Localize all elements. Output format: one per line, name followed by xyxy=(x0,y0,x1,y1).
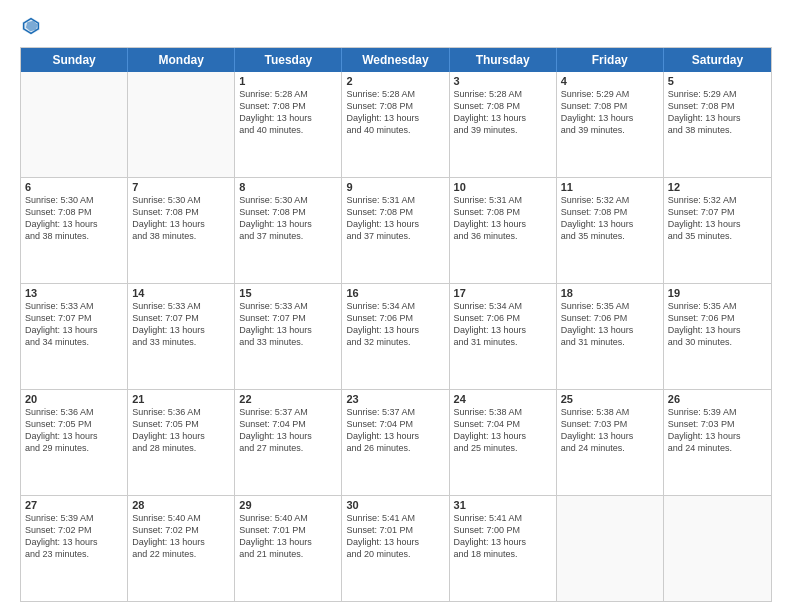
day-number: 23 xyxy=(346,393,444,405)
calendar-cell: 12Sunrise: 5:32 AM Sunset: 7:07 PM Dayli… xyxy=(664,178,771,283)
calendar-cell: 6Sunrise: 5:30 AM Sunset: 7:08 PM Daylig… xyxy=(21,178,128,283)
day-number: 29 xyxy=(239,499,337,511)
calendar-header-cell: Saturday xyxy=(664,48,771,72)
day-info: Sunrise: 5:30 AM Sunset: 7:08 PM Dayligh… xyxy=(239,194,337,243)
day-info: Sunrise: 5:41 AM Sunset: 7:01 PM Dayligh… xyxy=(346,512,444,561)
day-number: 11 xyxy=(561,181,659,193)
day-number: 2 xyxy=(346,75,444,87)
calendar-cell: 17Sunrise: 5:34 AM Sunset: 7:06 PM Dayli… xyxy=(450,284,557,389)
day-number: 18 xyxy=(561,287,659,299)
calendar-cell: 29Sunrise: 5:40 AM Sunset: 7:01 PM Dayli… xyxy=(235,496,342,601)
day-info: Sunrise: 5:40 AM Sunset: 7:01 PM Dayligh… xyxy=(239,512,337,561)
calendar-cell: 10Sunrise: 5:31 AM Sunset: 7:08 PM Dayli… xyxy=(450,178,557,283)
day-info: Sunrise: 5:29 AM Sunset: 7:08 PM Dayligh… xyxy=(561,88,659,137)
day-number: 24 xyxy=(454,393,552,405)
day-number: 22 xyxy=(239,393,337,405)
calendar-cell: 11Sunrise: 5:32 AM Sunset: 7:08 PM Dayli… xyxy=(557,178,664,283)
calendar: SundayMondayTuesdayWednesdayThursdayFrid… xyxy=(20,47,772,602)
calendar-cell: 31Sunrise: 5:41 AM Sunset: 7:00 PM Dayli… xyxy=(450,496,557,601)
calendar-cell: 2Sunrise: 5:28 AM Sunset: 7:08 PM Daylig… xyxy=(342,72,449,177)
calendar-cell: 27Sunrise: 5:39 AM Sunset: 7:02 PM Dayli… xyxy=(21,496,128,601)
day-info: Sunrise: 5:28 AM Sunset: 7:08 PM Dayligh… xyxy=(239,88,337,137)
day-number: 6 xyxy=(25,181,123,193)
day-number: 1 xyxy=(239,75,337,87)
day-info: Sunrise: 5:41 AM Sunset: 7:00 PM Dayligh… xyxy=(454,512,552,561)
day-info: Sunrise: 5:33 AM Sunset: 7:07 PM Dayligh… xyxy=(132,300,230,349)
calendar-cell: 5Sunrise: 5:29 AM Sunset: 7:08 PM Daylig… xyxy=(664,72,771,177)
page: SundayMondayTuesdayWednesdayThursdayFrid… xyxy=(0,0,792,612)
day-number: 3 xyxy=(454,75,552,87)
calendar-cell: 9Sunrise: 5:31 AM Sunset: 7:08 PM Daylig… xyxy=(342,178,449,283)
day-number: 8 xyxy=(239,181,337,193)
day-number: 16 xyxy=(346,287,444,299)
day-number: 15 xyxy=(239,287,337,299)
day-number: 19 xyxy=(668,287,767,299)
day-info: Sunrise: 5:36 AM Sunset: 7:05 PM Dayligh… xyxy=(25,406,123,455)
day-info: Sunrise: 5:38 AM Sunset: 7:03 PM Dayligh… xyxy=(561,406,659,455)
day-info: Sunrise: 5:34 AM Sunset: 7:06 PM Dayligh… xyxy=(346,300,444,349)
calendar-cell: 4Sunrise: 5:29 AM Sunset: 7:08 PM Daylig… xyxy=(557,72,664,177)
day-number: 27 xyxy=(25,499,123,511)
calendar-cell: 22Sunrise: 5:37 AM Sunset: 7:04 PM Dayli… xyxy=(235,390,342,495)
day-number: 20 xyxy=(25,393,123,405)
calendar-cell: 7Sunrise: 5:30 AM Sunset: 7:08 PM Daylig… xyxy=(128,178,235,283)
calendar-cell: 30Sunrise: 5:41 AM Sunset: 7:01 PM Dayli… xyxy=(342,496,449,601)
calendar-cell: 15Sunrise: 5:33 AM Sunset: 7:07 PM Dayli… xyxy=(235,284,342,389)
day-info: Sunrise: 5:35 AM Sunset: 7:06 PM Dayligh… xyxy=(668,300,767,349)
day-info: Sunrise: 5:29 AM Sunset: 7:08 PM Dayligh… xyxy=(668,88,767,137)
calendar-row: 20Sunrise: 5:36 AM Sunset: 7:05 PM Dayli… xyxy=(21,390,771,496)
day-info: Sunrise: 5:33 AM Sunset: 7:07 PM Dayligh… xyxy=(25,300,123,349)
calendar-cell xyxy=(128,72,235,177)
day-number: 5 xyxy=(668,75,767,87)
calendar-cell xyxy=(21,72,128,177)
calendar-cell: 25Sunrise: 5:38 AM Sunset: 7:03 PM Dayli… xyxy=(557,390,664,495)
calendar-header: SundayMondayTuesdayWednesdayThursdayFrid… xyxy=(21,48,771,72)
day-number: 17 xyxy=(454,287,552,299)
calendar-cell: 21Sunrise: 5:36 AM Sunset: 7:05 PM Dayli… xyxy=(128,390,235,495)
day-number: 28 xyxy=(132,499,230,511)
day-number: 26 xyxy=(668,393,767,405)
day-info: Sunrise: 5:31 AM Sunset: 7:08 PM Dayligh… xyxy=(346,194,444,243)
day-info: Sunrise: 5:34 AM Sunset: 7:06 PM Dayligh… xyxy=(454,300,552,349)
calendar-row: 27Sunrise: 5:39 AM Sunset: 7:02 PM Dayli… xyxy=(21,496,771,601)
header xyxy=(20,15,772,37)
calendar-cell: 23Sunrise: 5:37 AM Sunset: 7:04 PM Dayli… xyxy=(342,390,449,495)
day-number: 21 xyxy=(132,393,230,405)
calendar-cell: 8Sunrise: 5:30 AM Sunset: 7:08 PM Daylig… xyxy=(235,178,342,283)
calendar-body: 1Sunrise: 5:28 AM Sunset: 7:08 PM Daylig… xyxy=(21,72,771,601)
day-info: Sunrise: 5:31 AM Sunset: 7:08 PM Dayligh… xyxy=(454,194,552,243)
day-info: Sunrise: 5:40 AM Sunset: 7:02 PM Dayligh… xyxy=(132,512,230,561)
day-info: Sunrise: 5:28 AM Sunset: 7:08 PM Dayligh… xyxy=(454,88,552,137)
calendar-cell: 24Sunrise: 5:38 AM Sunset: 7:04 PM Dayli… xyxy=(450,390,557,495)
calendar-header-cell: Wednesday xyxy=(342,48,449,72)
calendar-cell xyxy=(557,496,664,601)
day-info: Sunrise: 5:32 AM Sunset: 7:07 PM Dayligh… xyxy=(668,194,767,243)
day-number: 12 xyxy=(668,181,767,193)
calendar-row: 6Sunrise: 5:30 AM Sunset: 7:08 PM Daylig… xyxy=(21,178,771,284)
calendar-header-cell: Monday xyxy=(128,48,235,72)
day-number: 4 xyxy=(561,75,659,87)
calendar-cell: 1Sunrise: 5:28 AM Sunset: 7:08 PM Daylig… xyxy=(235,72,342,177)
day-info: Sunrise: 5:39 AM Sunset: 7:02 PM Dayligh… xyxy=(25,512,123,561)
day-info: Sunrise: 5:37 AM Sunset: 7:04 PM Dayligh… xyxy=(239,406,337,455)
day-number: 10 xyxy=(454,181,552,193)
day-number: 25 xyxy=(561,393,659,405)
calendar-row: 13Sunrise: 5:33 AM Sunset: 7:07 PM Dayli… xyxy=(21,284,771,390)
calendar-cell: 19Sunrise: 5:35 AM Sunset: 7:06 PM Dayli… xyxy=(664,284,771,389)
calendar-cell xyxy=(664,496,771,601)
calendar-cell: 28Sunrise: 5:40 AM Sunset: 7:02 PM Dayli… xyxy=(128,496,235,601)
calendar-header-cell: Friday xyxy=(557,48,664,72)
logo-icon xyxy=(20,15,42,37)
day-info: Sunrise: 5:30 AM Sunset: 7:08 PM Dayligh… xyxy=(25,194,123,243)
calendar-cell: 26Sunrise: 5:39 AM Sunset: 7:03 PM Dayli… xyxy=(664,390,771,495)
day-info: Sunrise: 5:30 AM Sunset: 7:08 PM Dayligh… xyxy=(132,194,230,243)
calendar-header-cell: Sunday xyxy=(21,48,128,72)
day-info: Sunrise: 5:39 AM Sunset: 7:03 PM Dayligh… xyxy=(668,406,767,455)
day-info: Sunrise: 5:33 AM Sunset: 7:07 PM Dayligh… xyxy=(239,300,337,349)
calendar-cell: 16Sunrise: 5:34 AM Sunset: 7:06 PM Dayli… xyxy=(342,284,449,389)
calendar-cell: 14Sunrise: 5:33 AM Sunset: 7:07 PM Dayli… xyxy=(128,284,235,389)
calendar-cell: 18Sunrise: 5:35 AM Sunset: 7:06 PM Dayli… xyxy=(557,284,664,389)
day-info: Sunrise: 5:36 AM Sunset: 7:05 PM Dayligh… xyxy=(132,406,230,455)
day-number: 9 xyxy=(346,181,444,193)
day-number: 14 xyxy=(132,287,230,299)
